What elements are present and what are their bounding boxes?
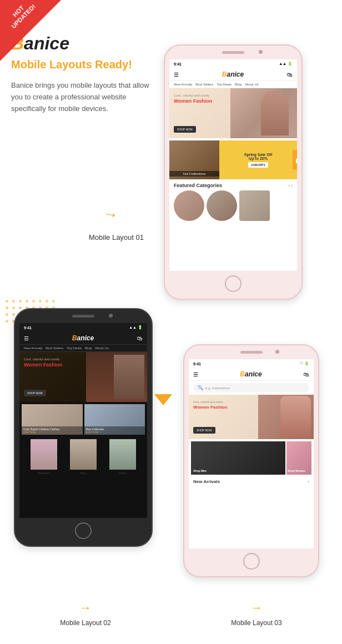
layout1-label: Mobile Layout 01 [89, 233, 144, 242]
phone1-cart-icon[interactable]: 🛍 [287, 72, 293, 78]
phone2-men-section[interactable]: Men Collection SHOP NOW [84, 404, 145, 435]
phone2-cat-men[interactable]: Men [63, 439, 103, 475]
phone2-cat-row: Women Men Kids [19, 437, 147, 477]
phone3-arrivals-arrow[interactable]: ‹ [308, 479, 309, 484]
phone1-cat-1[interactable] [174, 190, 204, 221]
phone2-shop-btn[interactable]: SHOP NOW [24, 390, 46, 396]
phone1-home-btn[interactable] [225, 275, 242, 292]
phone1-navbar: ☰ B anice 🛍 [169, 68, 297, 81]
phone-3: 9:41 ♡ 🔋 ☰ B anice 🛍 🔍 e.g. marketplace … [183, 344, 319, 577]
phone2-hero: Cool, colorful and comfy Women Fashion S… [19, 352, 147, 402]
phone1-nav-new[interactable]: New Arrivals [174, 83, 192, 86]
phone3-camera [275, 350, 279, 354]
phone1-time: 9:41 [174, 62, 182, 66]
phone1-hot-promo: Spring Sale Off Up to 20% 21MJ0P1 [219, 140, 297, 179]
phone3-logo-rest: anice [245, 370, 262, 378]
down-triangle [154, 394, 172, 405]
description: Banice brings you mobile layouts that al… [11, 80, 155, 114]
phone1-discount: Up to 20% [249, 157, 268, 160]
phone1-hero: Cool, colorful and comfy Women Fashion S… [169, 88, 297, 138]
phone2-nav-blog[interactable]: Blog [85, 346, 92, 350]
phone1-nav-arrow[interactable]: ▶ [293, 150, 297, 170]
layout1-arrow: → [101, 204, 119, 224]
phone2-menu-icon[interactable]: ☰ [24, 335, 29, 341]
phone2-cute-section[interactable]: Cute Stylish Children Clothes SHOP NOW [22, 404, 83, 435]
phone2-cat-women[interactable]: Women [24, 439, 63, 475]
phone1-cat-2[interactable] [207, 190, 237, 221]
phone3-shop-btn[interactable]: SHOP NOW [193, 427, 215, 434]
phone2-nav-about[interactable]: About Us [95, 346, 109, 350]
phone3-status-icons: ♡ 🔋 [300, 361, 309, 366]
layout3-label-container: → Mobile Layout 03 [231, 601, 281, 627]
phone3-search[interactable]: 🔍 e.g. marketplace [193, 383, 309, 393]
phone1-speaker [222, 51, 244, 54]
phone3-cart-icon[interactable]: 🛍 [304, 371, 309, 378]
phone1-featured-title: Featured Categories ‹ › [169, 179, 297, 190]
phone3-shop-women-banner[interactable]: Shop Women [286, 441, 311, 475]
phone3-time: 9:41 [193, 362, 201, 366]
phone2-cat-kids-label: Kids [119, 471, 127, 475]
phone3-menu-icon[interactable]: ☰ [193, 371, 198, 378]
phone2-logo-rest: anice [77, 334, 94, 342]
phone3-statusbar: 9:41 ♡ 🔋 [189, 359, 314, 368]
phone-2: 9:41 ▲▲ 🔋 ☰ B anice 🛍 New Arrivals Best … [14, 308, 153, 547]
phone2-camera [109, 314, 113, 318]
phone3-hero-sub: Cool, colorful and comfy [193, 400, 223, 404]
phone2-hero-title: Women Fashion [24, 362, 62, 368]
phone3-hero: Cool, colorful and comfy Women Fashion S… [189, 395, 314, 439]
phone1-screen: 9:41 ▲▲ 🔋 ☰ B anice 🛍 New Arrivals Best … [169, 59, 297, 271]
layout3-label: Mobile Layout 03 [231, 619, 281, 627]
phone2-navbar: ☰ B anice 🛍 [19, 332, 147, 345]
phone2-logo: B anice [72, 334, 94, 342]
phone1-nav-deals[interactable]: Top Deals [217, 83, 232, 86]
phone2-statusbar: 9:41 ▲▲ 🔋 [19, 323, 147, 332]
phone2-nav-deals[interactable]: Top Deals [67, 346, 82, 350]
phone2-cat-women-label: Women [38, 471, 50, 475]
phone3-home-btn[interactable] [243, 553, 260, 570]
phone2-cart-icon[interactable]: 🛍 [137, 335, 143, 341]
phone1-shop-btn[interactable]: SHOP NOW [174, 126, 196, 133]
phone1-statusbar: 9:41 ▲▲ 🔋 [169, 59, 297, 68]
phone3-shop-men-label: Shop Men [193, 469, 207, 472]
bottom-labels: → Mobile Layout 02 → Mobile Layout 03 [0, 601, 342, 627]
phone2-hero-sub: Cool, colorful and comfy [24, 358, 59, 361]
phone3-logo-b: B [240, 370, 245, 378]
phone1-hero-sub: Cool, colorful and comfy [174, 94, 209, 97]
phone1-logo-rest: anice [227, 71, 244, 78]
phone1-nav-best[interactable]: Best Sellers [195, 83, 213, 86]
phone1-logo-b: B [222, 71, 227, 78]
phone1-hot-collections: Hot Collections Spring Sale Off Up to 20… [169, 140, 297, 179]
phone1-promo-code: 21MJ0P1 [248, 162, 268, 168]
phone2-status-icons: ▲▲ 🔋 [129, 325, 143, 330]
phone1-status-icons: ▲▲ 🔋 [279, 62, 293, 66]
phone2-nav-best[interactable]: Best Sellers [46, 346, 63, 350]
phone2-men-shop[interactable]: SHOP NOW [86, 431, 144, 434]
phone1-nav-blog[interactable]: Blog [235, 83, 242, 86]
phone1-cat-3[interactable] [239, 190, 270, 221]
phone2-nav-new[interactable]: New Arrivals [24, 346, 42, 350]
layout2-label-container: → Mobile Layout 02 [60, 601, 110, 627]
phone3-dual-banner: Shop Men Shop Women [191, 441, 311, 475]
layout2-label: Mobile Layout 02 [60, 619, 110, 627]
phone1-camera [259, 50, 263, 54]
phone2-cute-shop[interactable]: SHOP NOW [23, 431, 81, 434]
phone1-category-row [169, 190, 297, 225]
phone1-hot-img: Hot Collections [169, 140, 219, 179]
phone2-home-btn[interactable] [75, 522, 92, 539]
phone3-search-placeholder: e.g. marketplace [205, 386, 230, 390]
phone2-cat-men-label: Men [80, 471, 87, 475]
phone1-nav-about[interactable]: About Us [245, 83, 259, 86]
phone2-logo-b: B [72, 334, 77, 342]
phone3-logo: B anice [240, 370, 261, 378]
phone3-speaker [240, 351, 263, 354]
phone3-hero-title: Women Fashion [193, 405, 228, 410]
phone2-speaker [72, 315, 94, 318]
phone2-time: 9:41 [24, 326, 32, 330]
phone3-shop-men-banner[interactable]: Shop Men [191, 441, 285, 475]
phone1-featured-arrows[interactable]: ‹ › [288, 183, 293, 188]
phone3-navbar: ☰ B anice 🛍 [189, 368, 314, 381]
phone1-hero-title: Women Fashion [174, 98, 212, 104]
phone2-screen: 9:41 ▲▲ 🔋 ☰ B anice 🛍 New Arrivals Best … [19, 323, 147, 518]
phone1-menu-icon[interactable]: ☰ [174, 72, 179, 78]
phone2-cat-kids[interactable]: Kids [103, 439, 143, 475]
